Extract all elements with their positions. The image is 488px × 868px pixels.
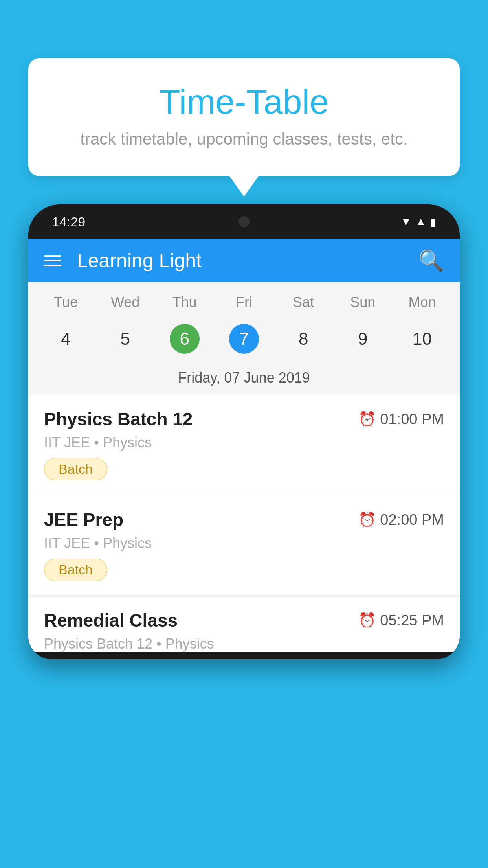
schedule-list: Physics Batch 12 ⏰ 01:00 PM IIT JEE • Ph… (28, 394, 460, 652)
date-4[interactable]: 4 (36, 318, 95, 359)
status-time: 14:29 (52, 214, 85, 230)
schedule-title-2: JEE Prep (44, 509, 123, 530)
clock-icon-3: ⏰ (358, 612, 376, 629)
day-mon[interactable]: Mon (393, 290, 452, 314)
speech-bubble: Time-Table track timetable, upcoming cla… (28, 58, 460, 176)
phone-mockup: 14:29 ▼ ▲ ▮ Learning Light 🔍 Tue (28, 204, 460, 868)
schedule-item-2[interactable]: JEE Prep ⏰ 02:00 PM IIT JEE • Physics Ba… (28, 495, 460, 596)
day-fri[interactable]: Fri (214, 290, 273, 314)
menu-button[interactable] (44, 255, 61, 266)
bubble-title: Time-Table (52, 82, 436, 122)
schedule-item-2-header: JEE Prep ⏰ 02:00 PM (44, 509, 444, 530)
schedule-subtitle-3: Physics Batch 12 • Physics (44, 636, 444, 652)
day-sun[interactable]: Sun (333, 290, 393, 314)
day-wed[interactable]: Wed (95, 290, 155, 314)
battery-icon: ▮ (430, 215, 436, 228)
phone-frame: 14:29 ▼ ▲ ▮ Learning Light 🔍 Tue (28, 204, 460, 659)
clock-icon-2: ⏰ (358, 511, 376, 528)
schedule-subtitle-2: IIT JEE • Physics (44, 535, 444, 552)
date-8[interactable]: 8 (274, 318, 333, 359)
status-bar: 14:29 ▼ ▲ ▮ (28, 204, 460, 239)
day-thu[interactable]: Thu (155, 290, 214, 314)
bubble-subtitle: track timetable, upcoming classes, tests… (52, 130, 436, 149)
date-6-circle[interactable]: 6 (170, 324, 200, 354)
schedule-time-2: ⏰ 02:00 PM (358, 511, 444, 528)
batch-badge-1: Batch (44, 458, 107, 480)
time-label-3: 05:25 PM (380, 612, 444, 629)
wifi-icon: ▼ (401, 215, 412, 228)
clock-icon-1: ⏰ (358, 411, 376, 427)
day-numbers: 4 5 6 7 8 9 10 (28, 314, 460, 363)
camera (238, 216, 250, 227)
notch (228, 206, 260, 237)
search-icon[interactable]: 🔍 (418, 249, 444, 273)
batch-badge-2: Batch (44, 559, 107, 581)
time-label-1: 01:00 PM (380, 411, 444, 428)
schedule-item-3-header: Remedial Class ⏰ 05:25 PM (44, 610, 444, 631)
date-7[interactable]: 7 (214, 318, 273, 359)
schedule-item-3[interactable]: Remedial Class ⏰ 05:25 PM Physics Batch … (28, 596, 460, 652)
app-bar: Learning Light 🔍 (28, 239, 460, 282)
schedule-title-3: Remedial Class (44, 610, 178, 631)
calendar-strip: Tue Wed Thu Fri Sat Sun Mon 4 5 6 7 8 9 … (28, 282, 460, 394)
app-title: Learning Light (77, 249, 418, 272)
status-icons: ▼ ▲ ▮ (401, 215, 436, 228)
time-label-2: 02:00 PM (380, 511, 444, 528)
schedule-time-1: ⏰ 01:00 PM (358, 411, 444, 428)
signal-icon: ▲ (415, 215, 426, 228)
day-tue[interactable]: Tue (36, 290, 95, 314)
selected-date-label: Friday, 07 June 2019 (28, 363, 460, 394)
date-9[interactable]: 9 (333, 318, 393, 359)
schedule-item-1-header: Physics Batch 12 ⏰ 01:00 PM (44, 408, 444, 430)
date-10[interactable]: 10 (393, 318, 452, 359)
day-sat[interactable]: Sat (274, 290, 333, 314)
date-5[interactable]: 5 (95, 318, 155, 359)
schedule-time-3: ⏰ 05:25 PM (358, 612, 444, 629)
date-7-circle[interactable]: 7 (229, 324, 259, 354)
day-headers: Tue Wed Thu Fri Sat Sun Mon (28, 290, 460, 314)
schedule-title-1: Physics Batch 12 (44, 408, 193, 430)
schedule-subtitle-1: IIT JEE • Physics (44, 434, 444, 451)
date-6[interactable]: 6 (155, 318, 214, 359)
schedule-item-1[interactable]: Physics Batch 12 ⏰ 01:00 PM IIT JEE • Ph… (28, 394, 460, 495)
